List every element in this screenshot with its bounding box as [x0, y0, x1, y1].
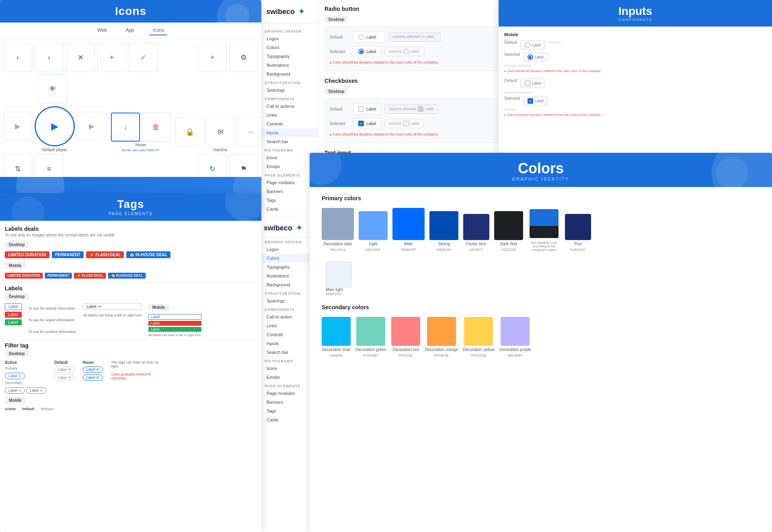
swatch-dark-hex: #91A6C4	[330, 248, 345, 252]
tab-web[interactable]: Web	[94, 26, 110, 35]
filter-tags-area: Active Primary Label ✕ Secondary	[5, 360, 257, 394]
cb-selected-state: Selected	[330, 121, 350, 126]
radio-default-circle[interactable]	[358, 34, 364, 40]
swatch-deco-yellow: Decoration yellow #FFD34D	[463, 317, 495, 357]
checkbox-section: Checkboxes Desktop Default Label Inactiv…	[324, 78, 510, 143]
icons-nav: Web App Icons	[0, 23, 261, 39]
radio-default-state: Default	[330, 35, 350, 39]
nav-spacings-top[interactable]: Spacings	[260, 86, 318, 94]
label-desc1: To use for neutral information	[28, 306, 76, 310]
mobile-radio-selected-circle[interactable]	[528, 54, 533, 60]
checkbox-default[interactable]	[358, 106, 364, 112]
mobile-radio-circle[interactable]	[525, 42, 530, 48]
label-boxes: Label Label Label	[5, 303, 22, 337]
hover-column: Hover Label ✕ Label ✕	[83, 360, 103, 394]
checkbox-demo: Default Label Inactive selected ✓ Label	[324, 98, 510, 143]
nav-search-top[interactable]: Search bar	[260, 137, 318, 146]
mobile-radio-selected-label: Selected	[504, 52, 520, 62]
deco-blue-name: Decoration blue	[322, 347, 350, 352]
swatch-main-hex: #006CFF	[401, 248, 416, 252]
player-row2: ▶ ▶ ▶	[3, 106, 106, 146]
cb-selected-text: Label	[366, 121, 376, 126]
mobile-cb-err-text: Color should be dynamic related to the m…	[507, 113, 601, 117]
nav-logos-top[interactable]: Logos	[260, 34, 318, 43]
colors-title: Colors	[318, 160, 764, 177]
nav-section-picto1: PICTOGRAMS	[260, 146, 318, 153]
close-icon-small3: ✕	[40, 389, 43, 392]
default-player-label: Default player	[42, 148, 67, 152]
inactive-selected-label: Inactive selected ⊙ Label	[393, 35, 436, 39]
mobile-radio-area: Default Label Inactive Selected Label	[504, 40, 601, 74]
inputs-right-panel: Inputs COMPONENTS Mobile Default Label I…	[499, 0, 772, 167]
mobile-icon-desc: All labels can have a left or right icon…	[148, 333, 202, 337]
play-gray-icon: ▶	[77, 112, 106, 141]
nav-section-graphic1: GRAPHIC DESIGN	[260, 27, 318, 34]
mobile-label-boxes: Label Label Label	[148, 314, 202, 332]
nav-controls-top[interactable]: Controls	[260, 119, 318, 128]
mobile-checkbox-checked[interactable]: ✓	[528, 98, 533, 104]
swatch-footer: Footer blue #1F3077	[463, 214, 489, 252]
hover-sublabel: Border 2px solid #006CFF	[122, 148, 159, 152]
divider2	[5, 339, 257, 340]
swatch-footer-box	[463, 214, 489, 240]
swibeco-logo-text2: swibeco	[264, 224, 292, 232]
mobile-label: Mobile	[5, 262, 26, 269]
tags-header: Tags PAGE ELEMENTS	[0, 193, 261, 221]
mobile-checkbox-default[interactable]	[525, 80, 530, 86]
default-filter-tags: Label ✕ Label ✕	[54, 366, 75, 381]
tab-app[interactable]: App	[122, 26, 137, 35]
filter-tag-1[interactable]: Label ✕	[5, 373, 25, 379]
deco-yellow-name: Decoration yellow	[463, 347, 495, 352]
tab-icons[interactable]: Icons	[150, 26, 168, 35]
radio-selected-box: Label	[353, 46, 381, 57]
mobile-cb-default: Default Label	[504, 78, 766, 88]
swatch-footer-hex: #1F3077	[469, 248, 484, 252]
mobile-cb-sel-box: ✓ Label	[523, 96, 548, 106]
mobile-section-label: Mobile	[504, 32, 766, 37]
default-tag-2[interactable]: Label ✕	[54, 374, 75, 381]
swatch-dark-box	[322, 208, 354, 240]
filter-tag-3[interactable]: Label ✕	[26, 387, 46, 394]
layout-wrapper: Icons Web App Icons ‹ › ✕ + ✓	[0, 0, 772, 532]
default-tag-1[interactable]: Label ✕	[54, 366, 75, 373]
mobile-cb-inactive-sel: Inactive selected	[504, 90, 766, 94]
inactive-label: Inactive	[214, 148, 227, 152]
nav-inputs-top[interactable]: Inputs	[260, 128, 318, 137]
radio-selected-row: Selected Label Inactive Label	[330, 46, 505, 57]
swatch-plus: Plus #1B2A6A	[565, 214, 591, 252]
nav-colors-top[interactable]: Colors	[260, 43, 318, 52]
filter-tag-2[interactable]: Label ✕	[5, 387, 25, 394]
inactive-cell: 🔒 ✉ ··· Inactive	[175, 117, 261, 152]
inactive-selected-box: Inactive selected ⊙ Label	[388, 33, 441, 42]
mobile-inactive-text: Inactive	[548, 40, 561, 50]
nav-links-top[interactable]: Links	[260, 111, 318, 119]
mobile-primary-label: Primary	[41, 407, 53, 411]
hover-cell: ↓ 🗑 Hover Border 2px solid #006CFF	[111, 113, 170, 152]
mobile-filter-area: Active Default Primary	[5, 407, 257, 411]
swatch-footer-name: Footer blue	[466, 242, 487, 246]
checkbox-desktop: Desktop	[324, 88, 348, 95]
label-desc3: To use for positive information	[28, 330, 76, 334]
checkbox-checked[interactable]: ✓	[358, 121, 364, 126]
deco-red-name: Decoration red	[392, 347, 419, 352]
icons-row-1: ‹ › ✕ + ✓ + ⚙	[3, 43, 258, 72]
radio-selected-circle[interactable]	[358, 49, 364, 54]
nav-illustrations-top[interactable]: Illustrations	[260, 61, 318, 70]
cb-error-text: Color should be dynamic related to the m…	[333, 132, 438, 136]
secondary-label: Secondary	[5, 381, 46, 385]
deco-orange-box	[427, 317, 456, 346]
mobile-active-label: Active	[5, 407, 16, 411]
cb-inactive-label: Label	[425, 107, 434, 111]
cb-inactive-text: Inactive	[389, 121, 401, 125]
hover-tag-2[interactable]: Label ✕	[83, 374, 103, 381]
plus-icon: +	[97, 43, 126, 72]
close-icon-small: ✕	[18, 374, 21, 378]
hover-tag-1[interactable]: Label ✕	[83, 366, 103, 373]
nav-cta-top[interactable]: Call to actions	[260, 102, 318, 111]
active-title: Active	[5, 360, 46, 365]
swatch-nondynamic-desc: Non dynamic color according to the compa…	[528, 241, 560, 252]
nav-background-top[interactable]: Background	[260, 70, 318, 78]
cb-default-box: Label	[353, 103, 381, 115]
mobile-label-positive: Label	[148, 327, 202, 332]
nav-typography-top[interactable]: Typography	[260, 52, 318, 61]
